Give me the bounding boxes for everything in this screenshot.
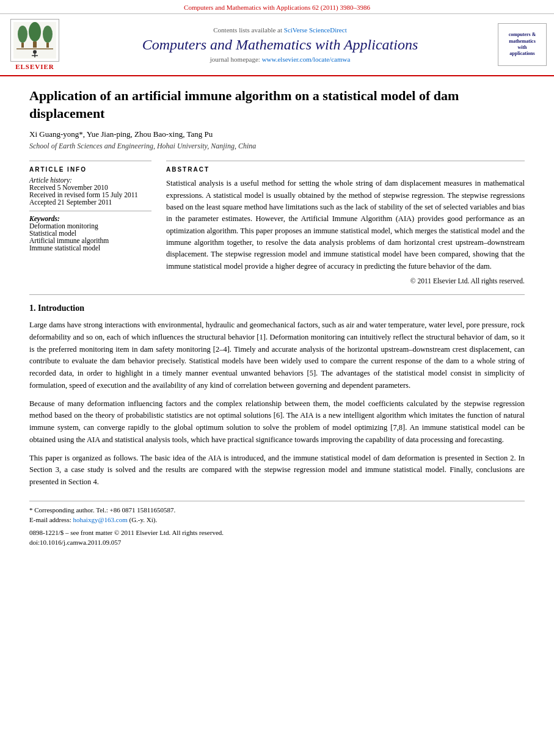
article-info-abstract-row: ARTICLE INFO Article history: Received 5… bbox=[29, 161, 525, 285]
abstract-col: ABSTRACT Statistical analysis is a usefu… bbox=[166, 161, 525, 285]
keywords-label: Keywords: bbox=[29, 215, 151, 222]
email-label: E-mail address: bbox=[29, 516, 73, 523]
journal-title-block: Contents lists available at SciVerse Sci… bbox=[68, 26, 492, 64]
homepage-line: journal homepage: www.elsevier.com/locat… bbox=[68, 56, 492, 63]
main-content: Application of an artificial immune algo… bbox=[0, 76, 554, 560]
journal-header: ELSEVIER Contents lists available at Sci… bbox=[0, 14, 554, 76]
svg-rect-2 bbox=[21, 43, 24, 48]
keyword-4: Immune statistical model bbox=[29, 244, 151, 252]
doi-line: doi:10.1016/j.camwa.2011.09.057 bbox=[29, 537, 525, 548]
contents-available-line: Contents lists available at SciVerse Sci… bbox=[68, 26, 492, 34]
homepage-text: journal homepage: bbox=[210, 56, 262, 63]
accepted-date: Accepted 21 September 2011 bbox=[29, 198, 151, 206]
section-1-para-3: This paper is organized as follows. The … bbox=[29, 453, 525, 489]
section-1-para-1: Large dams have strong interactions with… bbox=[29, 319, 525, 392]
keyword-1: Deformation monitoring bbox=[29, 222, 151, 230]
journal-logo-text: computers & mathematics with application… bbox=[509, 32, 536, 57]
elsevier-brand-label: ELSEVIER bbox=[15, 63, 54, 70]
svg-point-5 bbox=[43, 26, 53, 43]
received-date: Received 5 November 2010 bbox=[29, 184, 151, 191]
revised-date: Received in revised form 15 July 2011 bbox=[29, 191, 151, 198]
corresponding-author-note: * Corresponding author. Tel.: +86 0871 1… bbox=[29, 505, 525, 515]
svg-rect-4 bbox=[33, 42, 37, 48]
affiliation-line: School of Earth Sciences and Engineering… bbox=[29, 142, 525, 151]
svg-point-3 bbox=[29, 22, 41, 42]
authors-line: Xi Guang-yong*, Yue Jian-ping, Zhou Bao-… bbox=[29, 129, 525, 139]
contents-text: Contents lists available at bbox=[213, 26, 283, 34]
email-address[interactable]: hohaixgy@163.com bbox=[73, 516, 127, 523]
article-history-label: Article history: bbox=[29, 176, 151, 184]
section-1-para-2: Because of many deformation influencing … bbox=[29, 398, 525, 446]
footnote-section: * Corresponding author. Tel.: +86 0871 1… bbox=[29, 501, 525, 548]
abstract-label: ABSTRACT bbox=[166, 166, 525, 173]
tree-icon bbox=[13, 22, 56, 59]
top-bar: Computers and Mathematics with Applicati… bbox=[0, 0, 554, 14]
article-history-group: Article history: Received 5 November 201… bbox=[29, 176, 151, 206]
section-1-heading: 1. Introduction bbox=[29, 303, 525, 313]
keywords-section: Keywords: Deformation monitoring Statist… bbox=[29, 211, 151, 252]
svg-point-8 bbox=[33, 50, 37, 54]
svg-rect-6 bbox=[46, 43, 49, 48]
email-suffix: (G.-y. Xi). bbox=[128, 516, 157, 523]
issn-line: 0898-1221/$ – see front matter © 2011 El… bbox=[29, 528, 525, 538]
journal-citation: Computers and Mathematics with Applicati… bbox=[184, 4, 370, 11]
email-note: E-mail address: hohaixgy@163.com (G.-y. … bbox=[29, 515, 525, 525]
elsevier-tree-logo bbox=[10, 19, 59, 62]
sciverse-link[interactable]: SciVerse ScienceDirect bbox=[284, 26, 347, 34]
copyright-line: © 2011 Elsevier Ltd. All rights reserved… bbox=[166, 277, 525, 285]
elsevier-logo: ELSEVIER bbox=[7, 19, 62, 70]
keyword-2: Statistical model bbox=[29, 230, 151, 237]
paper-title: Application of an artificial immune algo… bbox=[29, 87, 525, 122]
svg-point-1 bbox=[18, 26, 27, 43]
abstract-text: Statistical analysis is a useful method … bbox=[166, 178, 525, 272]
journal-logo-box: computers & mathematics with application… bbox=[498, 23, 547, 66]
journal-full-title: Computers and Mathematics with Applicati… bbox=[68, 36, 492, 54]
section-divider bbox=[29, 294, 525, 295]
article-info-label: ARTICLE INFO bbox=[29, 166, 151, 173]
keyword-3: Artificial immune algorithm bbox=[29, 237, 151, 244]
article-info-col: ARTICLE INFO Article history: Received 5… bbox=[29, 161, 151, 285]
section-1: 1. Introduction Large dams have strong i… bbox=[29, 303, 525, 489]
homepage-link[interactable]: www.elsevier.com/locate/camwa bbox=[262, 56, 351, 63]
